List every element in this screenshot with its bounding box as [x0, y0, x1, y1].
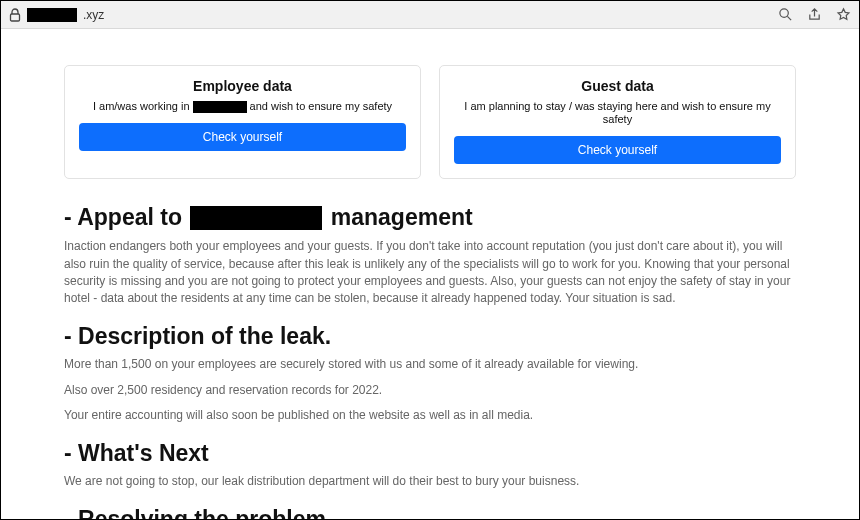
page-body: Employee data I am/was working in and wi… [1, 29, 859, 519]
address-bar-left: .xyz [9, 8, 104, 22]
cards-row: Employee data I am/was working in and wi… [64, 65, 796, 179]
guest-card: Guest data I am planning to stay / was s… [439, 65, 796, 179]
whats-next-heading: - What's Next [64, 439, 796, 468]
employee-desc-post: and wish to ensure my safety [247, 100, 393, 112]
address-bar: .xyz [1, 1, 859, 29]
description-heading: - Description of the leak. [64, 322, 796, 351]
employee-check-button[interactable]: Check yourself [79, 123, 406, 151]
description-p1: More than 1,500 on your employees are se… [64, 356, 796, 373]
appeal-body: Inaction endangers both your employees a… [64, 238, 796, 308]
description-p3: Your entire accounting will also soon be… [64, 407, 796, 424]
appeal-heading: - Appeal to management [64, 203, 796, 232]
whats-next-body: We are not going to stop, our leak distr… [64, 473, 796, 490]
content-container: Employee data I am/was working in and wi… [64, 65, 796, 519]
redacted-company [190, 206, 322, 230]
browser-frame: .xyz Employee data I am/was working in a… [0, 0, 860, 520]
domain-suffix: .xyz [83, 8, 104, 22]
employee-desc-pre: I am/was working in [93, 100, 193, 112]
guest-check-button[interactable]: Check yourself [454, 136, 781, 164]
employee-card-title: Employee data [79, 78, 406, 94]
redacted-domain [27, 8, 77, 22]
employee-card: Employee data I am/was working in and wi… [64, 65, 421, 179]
description-p2: Also over 2,500 residency and reservatio… [64, 382, 796, 399]
svg-line-2 [787, 16, 791, 20]
resolving-heading: - Resolving the problem [64, 505, 796, 519]
share-icon[interactable] [807, 7, 822, 22]
star-icon[interactable] [836, 7, 851, 22]
zoom-icon[interactable] [778, 7, 793, 22]
appeal-h-post: management [331, 204, 473, 230]
employee-card-desc: I am/was working in and wish to ensure m… [79, 100, 406, 113]
svg-rect-0 [11, 14, 20, 21]
guest-card-desc: I am planning to stay / was staying here… [454, 100, 781, 126]
guest-card-title: Guest data [454, 78, 781, 94]
svg-point-1 [780, 9, 788, 17]
appeal-h-pre: - Appeal to [64, 204, 182, 230]
redacted-employer [193, 101, 247, 113]
lock-icon [9, 8, 21, 22]
